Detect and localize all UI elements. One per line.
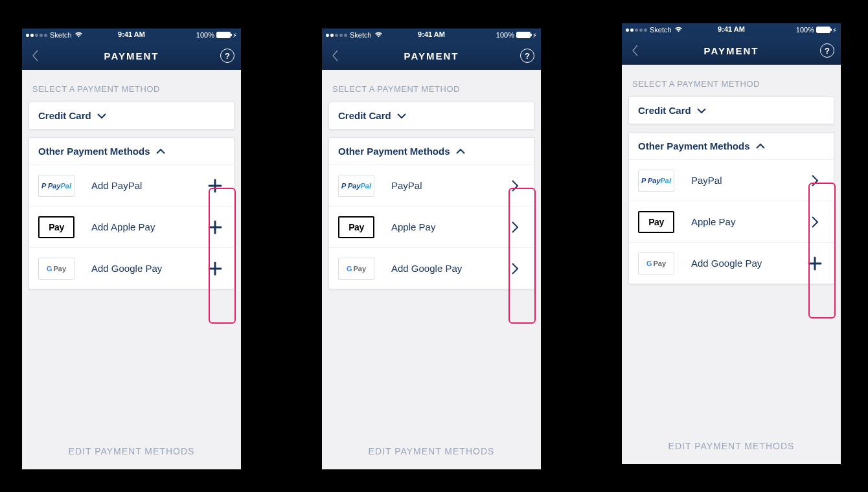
battery-icon [816, 27, 830, 33]
battery-icon [516, 32, 531, 38]
back-button[interactable] [627, 42, 644, 59]
payment-row-applepay[interactable]: Pay Apple Pay [629, 201, 834, 242]
nav-header: PAYMENT ? [322, 41, 541, 70]
chevron-down-icon [97, 113, 107, 119]
payment-row-paypal[interactable]: P PayPal PayPal [629, 159, 834, 201]
phone-screen-1: Sketch 9:41 AM 100% ⚡︎ PAYMENT ? SELECT … [22, 28, 241, 469]
payment-row-paypal[interactable]: P PayPal PayPal [329, 164, 534, 206]
open-applepay-button[interactable] [505, 218, 525, 237]
status-bar: Sketch 9:41 AM 100% ⚡︎ [22, 28, 241, 41]
gpay-label: Add Google Pay [391, 263, 462, 274]
chevron-up-icon [455, 148, 466, 155]
applepay-logo-icon: Pay [638, 211, 674, 233]
applepay-logo-icon: Pay [38, 216, 74, 238]
payment-row-paypal[interactable]: P PayPal Add PayPal [29, 164, 234, 206]
page-title: PAYMENT [404, 50, 459, 62]
section-label: SELECT A PAYMENT METHOD [22, 70, 241, 102]
payment-row-applepay[interactable]: Pay Apple Pay [329, 206, 534, 247]
section-label: SELECT A PAYMENT METHOD [322, 70, 541, 102]
other-payments-header[interactable]: Other Payment Methods [629, 133, 834, 159]
open-paypal-button[interactable] [805, 171, 825, 190]
add-paypal-button[interactable] [205, 176, 225, 196]
help-button[interactable]: ? [220, 49, 234, 63]
gpay-label: Add Google Pay [91, 263, 162, 274]
edit-payment-methods-link[interactable]: EDIT PAYMENT METHODS [622, 441, 841, 451]
status-bar: Sketch 9:41 AM 100% ⚡︎ [322, 28, 541, 41]
clock: 9:41 AM [322, 30, 541, 38]
open-gpay-button[interactable] [505, 259, 525, 278]
phone-screen-2: Sketch 9:41 AM 100% ⚡︎ PAYMENT ? SELECT … [322, 28, 541, 469]
credit-card-label: Credit Card [338, 110, 391, 121]
clock: 9:41 AM [22, 30, 241, 38]
payment-row-gpay[interactable]: GPay Add Google Pay [329, 247, 534, 289]
paypal-label: PayPal [391, 180, 422, 191]
chevron-up-icon [755, 143, 766, 150]
payment-row-gpay[interactable]: GPay Add Google Pay [29, 247, 234, 289]
applepay-label: Add Apple Pay [91, 221, 155, 232]
status-bar: Sketch 9:41 AM 100% ⚡︎ [622, 23, 841, 36]
payment-row-applepay[interactable]: Pay Add Apple Pay [29, 206, 234, 247]
paypal-logo-icon: P PayPal [338, 175, 374, 197]
other-payments-header[interactable]: Other Payment Methods [329, 138, 534, 164]
add-gpay-button[interactable] [805, 254, 825, 273]
paypal-logo-icon: P PayPal [638, 170, 674, 192]
open-applepay-button[interactable] [805, 212, 825, 232]
gpay-label: Add Google Pay [691, 258, 762, 269]
page-title: PAYMENT [104, 50, 159, 62]
other-payments-card: Other Payment Methods P PayPal PayPal Pa… [628, 132, 834, 284]
clock: 9:41 AM [622, 25, 841, 33]
nav-header: PAYMENT ? [622, 36, 841, 65]
applepay-label: Apple Pay [391, 221, 435, 232]
credit-card-selector[interactable]: Credit Card [29, 102, 234, 129]
credit-card-label: Credit Card [638, 105, 691, 116]
credit-card-selector[interactable]: Credit Card [328, 102, 534, 129]
chevron-up-icon [155, 148, 166, 155]
section-label: SELECT A PAYMENT METHOD [622, 65, 841, 96]
other-payments-header[interactable]: Other Payment Methods [29, 138, 234, 164]
applepay-label: Apple Pay [691, 216, 735, 227]
credit-card-selector[interactable]: Credit Card [628, 96, 834, 124]
help-button[interactable]: ? [820, 43, 834, 58]
back-button[interactable] [327, 47, 344, 64]
gpay-logo-icon: GPay [338, 258, 374, 280]
chevron-down-icon [396, 113, 407, 119]
add-gpay-button[interactable] [205, 259, 225, 278]
help-button[interactable]: ? [520, 49, 534, 63]
other-payments-card: Other Payment Methods P PayPal Add PayPa… [29, 137, 234, 289]
phone-screen-3: Sketch 9:41 AM 100% ⚡︎ PAYMENT ? SELECT … [622, 23, 841, 464]
applepay-logo-icon: Pay [338, 216, 374, 238]
payment-row-gpay[interactable]: GPay Add Google Pay [629, 242, 834, 284]
gpay-logo-icon: GPay [38, 258, 74, 280]
edit-payment-methods-link[interactable]: EDIT PAYMENT METHODS [322, 446, 541, 456]
other-payments-card: Other Payment Methods P PayPal PayPal Pa… [328, 137, 534, 289]
paypal-label: PayPal [691, 175, 722, 186]
edit-payment-methods-link[interactable]: EDIT PAYMENT METHODS [22, 446, 241, 456]
credit-card-label: Credit Card [38, 110, 91, 121]
nav-header: PAYMENT ? [22, 41, 241, 70]
paypal-logo-icon: P PayPal [38, 175, 74, 197]
paypal-label: Add PayPal [91, 180, 142, 191]
back-button[interactable] [27, 47, 44, 64]
page-title: PAYMENT [704, 45, 759, 56]
chevron-down-icon [696, 107, 707, 114]
open-paypal-button[interactable] [505, 176, 525, 196]
add-applepay-button[interactable] [205, 218, 225, 237]
battery-icon [216, 32, 231, 38]
gpay-logo-icon: GPay [638, 252, 674, 274]
